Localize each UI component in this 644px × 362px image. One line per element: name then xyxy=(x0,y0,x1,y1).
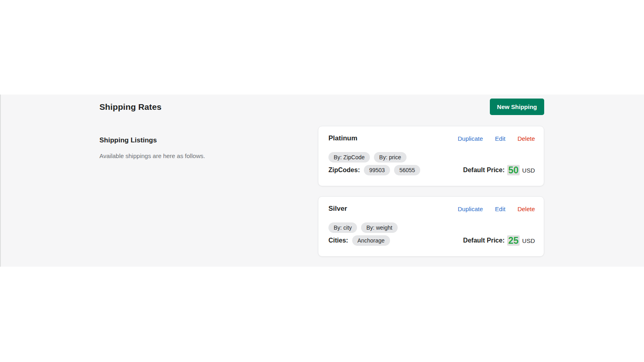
card-header: Platinum Duplicate Edit Delete xyxy=(328,134,535,142)
price-group: Default Price: 50 USD xyxy=(463,165,535,175)
tag-badge: By: price xyxy=(374,152,406,162)
card-header: Silver Duplicate Edit Delete xyxy=(328,205,535,213)
listings-intro: Shipping Listings Available shippings ar… xyxy=(99,126,318,257)
price-label: Default Price: xyxy=(463,167,505,174)
card-title: Platinum xyxy=(328,134,357,142)
content-inner: Shipping Rates New Shipping Shipping Lis… xyxy=(99,95,544,257)
criteria-value-badge: 56055 xyxy=(394,165,420,175)
delete-link[interactable]: Delete xyxy=(518,135,535,142)
criteria-value-badge: Anchorage xyxy=(352,235,390,246)
page-title: Shipping Rates xyxy=(99,102,161,112)
card-actions: Duplicate Edit Delete xyxy=(458,206,535,212)
listings-heading: Shipping Listings xyxy=(99,136,302,144)
price-currency: USD xyxy=(522,167,535,174)
card-actions: Duplicate Edit Delete xyxy=(458,135,535,142)
criteria-label: Cities: xyxy=(328,237,348,244)
page-header: Shipping Rates New Shipping xyxy=(99,99,544,115)
delete-link[interactable]: Delete xyxy=(518,206,535,212)
shipping-card-platinum: Platinum Duplicate Edit Delete By: ZipCo… xyxy=(318,126,544,186)
info-row: Cities: Anchorage Default Price: 25 USD xyxy=(328,235,535,246)
content-band: Shipping Rates New Shipping Shipping Lis… xyxy=(0,95,644,267)
shipping-card-silver: Silver Duplicate Edit Delete By: city By… xyxy=(318,196,544,257)
duplicate-link[interactable]: Duplicate xyxy=(458,206,483,212)
criteria-group: ZipCodes: 99503 56055 xyxy=(328,165,420,175)
tags-row: By: ZipCode By: price xyxy=(328,152,535,162)
info-row: ZipCodes: 99503 56055 Default Price: 50 … xyxy=(328,165,535,175)
criteria-group: Cities: Anchorage xyxy=(328,235,390,246)
listings-description: Available shippings are here as follows. xyxy=(99,152,302,159)
price-group: Default Price: 25 USD xyxy=(463,235,535,246)
price-currency: USD xyxy=(522,237,535,244)
edit-link[interactable]: Edit xyxy=(495,135,506,142)
card-title: Silver xyxy=(328,205,347,213)
tag-badge: By: city xyxy=(328,222,357,233)
price-value: 25 xyxy=(507,235,520,246)
price-label: Default Price: xyxy=(463,237,505,244)
duplicate-link[interactable]: Duplicate xyxy=(458,135,483,142)
price-value: 50 xyxy=(507,165,520,175)
criteria-label: ZipCodes: xyxy=(328,167,360,174)
tags-row: By: city By: weight xyxy=(328,222,535,233)
edit-link[interactable]: Edit xyxy=(495,206,506,212)
shipping-cards-list: Platinum Duplicate Edit Delete By: ZipCo… xyxy=(318,126,544,257)
listings-layout: Shipping Listings Available shippings ar… xyxy=(99,126,544,257)
tag-badge: By: ZipCode xyxy=(328,152,370,162)
criteria-value-badge: 99503 xyxy=(364,165,390,175)
new-shipping-button[interactable]: New Shipping xyxy=(490,99,544,115)
tag-badge: By: weight xyxy=(361,222,398,233)
